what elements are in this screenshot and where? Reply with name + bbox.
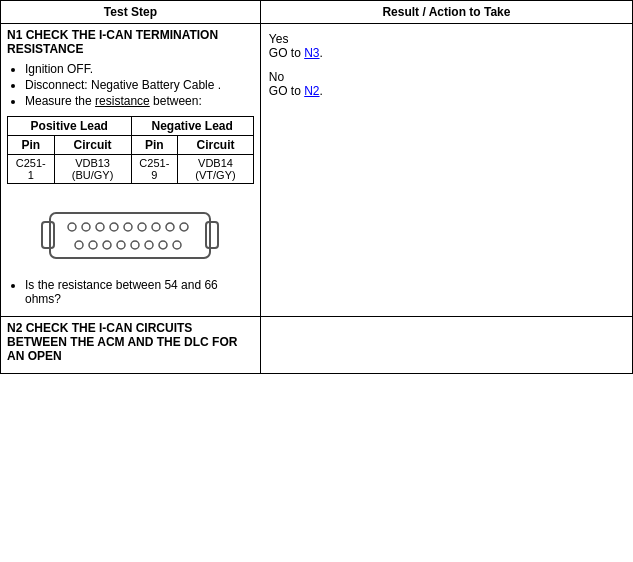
no-label: No (269, 70, 284, 84)
step-n1-content: Ignition OFF. Disconnect: Negative Batte… (7, 62, 254, 306)
svg-point-17 (145, 241, 153, 249)
col-pin-2: Pin (131, 136, 178, 155)
svg-point-14 (103, 241, 111, 249)
positive-lead-header: Positive Lead (8, 117, 132, 136)
step-n1-bullet-2: Disconnect: Negative Battery Cable . (25, 78, 254, 92)
yes-link-n3[interactable]: N3 (304, 46, 319, 60)
step-n1-resistance-word: resistance (95, 94, 150, 108)
svg-rect-0 (50, 213, 210, 258)
step-n1-bullet-1: Ignition OFF. (25, 62, 254, 76)
svg-point-3 (68, 223, 76, 231)
svg-point-13 (89, 241, 97, 249)
result-no: No GO to N2. (269, 70, 624, 98)
row-circuit1: VDB13 (BU/GY) (54, 155, 131, 184)
connector-diagram (7, 198, 254, 268)
svg-rect-2 (206, 222, 218, 248)
step-n1-result-cell: Yes GO to N3. No GO to N2. (260, 24, 632, 317)
svg-point-9 (152, 223, 160, 231)
step-n1-bullet-3: Measure the resistance between: (25, 94, 254, 108)
step-n1-title: N1 CHECK THE I-CAN TERMINATION RESISTANC… (7, 28, 254, 56)
connector-svg (40, 198, 220, 268)
svg-point-7 (124, 223, 132, 231)
negative-lead-header: Negative Lead (131, 117, 253, 136)
row-circuit2: VDB14 (VT/GY) (178, 155, 254, 184)
result-n1-content: Yes GO to N3. No GO to N2. (267, 28, 626, 102)
step-n1-cell: N1 CHECK THE I-CAN TERMINATION RESISTANC… (1, 24, 261, 317)
svg-point-16 (131, 241, 139, 249)
step-n2-result-cell (260, 317, 632, 374)
col-pin-1: Pin (8, 136, 55, 155)
svg-point-12 (75, 241, 83, 249)
row-pin2: C251-9 (131, 155, 178, 184)
svg-rect-1 (42, 222, 54, 248)
header-test-step: Test Step (1, 1, 261, 24)
row-pin1: C251-1 (8, 155, 55, 184)
step-n2-cell: N2 CHECK THE I-CAN CIRCUITS BETWEEN THE … (1, 317, 261, 374)
svg-point-19 (173, 241, 181, 249)
question-text: Is the resistance between 54 and 66 ohms… (25, 278, 254, 306)
svg-point-10 (166, 223, 174, 231)
svg-point-15 (117, 241, 125, 249)
svg-point-5 (96, 223, 104, 231)
step-n1-list: Ignition OFF. Disconnect: Negative Batte… (25, 62, 254, 108)
col-circuit-1: Circuit (54, 136, 131, 155)
col-circuit-2: Circuit (178, 136, 254, 155)
step-n2-title: N2 CHECK THE I-CAN CIRCUITS BETWEEN THE … (7, 321, 254, 363)
header-result: Result / Action to Take (260, 1, 632, 24)
svg-point-18 (159, 241, 167, 249)
yes-label: Yes (269, 32, 289, 46)
svg-point-8 (138, 223, 146, 231)
measurement-table: Positive Lead Negative Lead Pin Circuit … (7, 116, 254, 184)
svg-point-4 (82, 223, 90, 231)
svg-point-6 (110, 223, 118, 231)
svg-point-11 (180, 223, 188, 231)
result-yes: Yes GO to N3. (269, 32, 624, 60)
no-link-n2[interactable]: N2 (304, 84, 319, 98)
step-n1-question: Is the resistance between 54 and 66 ohms… (7, 278, 254, 306)
